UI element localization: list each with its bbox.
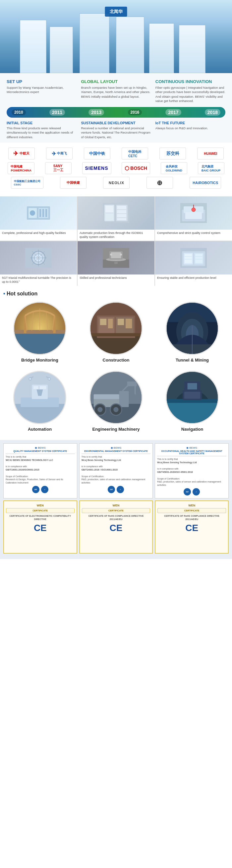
- facility-cell-3: Comprehensive and strict quality control…: [155, 196, 232, 241]
- partner-crrc: 中国中铁: [84, 148, 110, 159]
- solutions-grid: Bridge Monitoring: [3, 302, 229, 437]
- partner-bosch: ⬡ BOSCH: [122, 162, 150, 174]
- svg-rect-104: [184, 392, 200, 399]
- solution-navigation[interactable]: Navigation: [156, 371, 229, 432]
- svg-rect-66: [118, 319, 124, 325]
- cert-ce-rohs1: WEN CERTIFICATE CERTIFICATE OF RoHS COMP…: [79, 500, 153, 554]
- facility-cell-4: 5GT triaxial multifunctional turntable T…: [0, 241, 77, 285]
- partner-huawei: HUAWEI: [197, 148, 224, 159]
- year-2013: 2013: [88, 109, 104, 116]
- iaf-badge-2: ✓: [41, 486, 48, 493]
- year-2010: 2010: [11, 109, 26, 115]
- innovation-text: Fiber optic gyroscope | Integrated Navig…: [155, 85, 225, 103]
- setup-item-setup: SET UP Support by Wang Yanquan Academici…: [7, 79, 77, 103]
- svg-rect-34: [111, 252, 121, 258]
- ce-mark-3: CE: [157, 523, 226, 533]
- hero-section: 北闻华: [0, 0, 232, 73]
- solution-construction[interactable]: Construction: [80, 302, 152, 363]
- cert-ce-emc-header: CERTIFICATE: [6, 508, 75, 513]
- svg-rect-64: [100, 319, 106, 325]
- stage-iot: IoT THE FUTURE Always focus on R&D and I…: [155, 121, 225, 139]
- layout-text: Branch companies have been set up in Nin…: [81, 85, 151, 99]
- cert-ce-rohs2-header: CERTIFICATE: [157, 508, 226, 513]
- facilities-section: Complete, professional and high-quality …: [0, 196, 232, 286]
- svg-rect-67: [126, 319, 132, 328]
- solution-construction-label: Construction: [103, 358, 129, 363]
- cert-iaf-3: IAF ✓: [157, 488, 226, 495]
- setup-text: Support by Wang Yanquan Academician, Mic…: [7, 85, 77, 94]
- cert-wen-logo-1: WEN: [6, 504, 75, 507]
- facility-img-4: [0, 241, 77, 275]
- solution-engineering[interactable]: Engineering Machinery: [80, 371, 152, 432]
- partner-baic: 北汽集团BAIC GROUP: [198, 162, 224, 174]
- svg-rect-44: [195, 254, 202, 263]
- building-3: [80, 13, 109, 73]
- svg-rect-43: [185, 254, 192, 263]
- solution-automation[interactable]: Automation: [3, 371, 76, 432]
- hot-solution-title: Hot solution: [3, 291, 229, 297]
- year-2018: 2018: [205, 109, 221, 116]
- cert-ce-rohs1-body: CERTIFICATE OF RoHS COMPLIANCE DIRECTIVE…: [82, 515, 151, 521]
- solution-bridge-circle: [13, 302, 66, 355]
- cert-ce-emc-body: CERTIFICATE OF ELECTROMAGNETIC COMPATIBI…: [6, 515, 75, 521]
- svg-rect-101: [167, 400, 218, 423]
- svg-rect-68: [90, 333, 142, 336]
- ce-mark-2: CE: [82, 523, 151, 533]
- svg-point-35: [110, 253, 112, 255]
- solution-bridge-label: Bridge Monitoring: [21, 358, 58, 363]
- company-logo-badge: 北闻华: [105, 7, 127, 17]
- stage-sustainable-title: SUSTAINABLE DEVELOPMENT: [81, 121, 151, 125]
- facility-cell-6: Ensuring stable and efficient production…: [155, 241, 232, 285]
- partner-powerchina: 中国电建POWERCHINA: [8, 162, 35, 174]
- partners-row-3: 中国船舶工业集团公司CSSC 中国铁建 NEOLIX ⊕ HAiROBOTICS: [3, 177, 229, 189]
- certificates-section: ◉ BEWS QUALITY MANAGEMENT SYSTEM CERTIFI…: [0, 440, 232, 559]
- stage-initial-text: This three kind products were released s…: [7, 126, 77, 139]
- building-2: [50, 27, 73, 73]
- partner-sujike: 苏交科: [159, 148, 186, 159]
- solution-tunnel[interactable]: Tunnel & Mining: [156, 302, 229, 363]
- stage-iot-text: Always focus on R&D and Innovation.: [155, 126, 225, 130]
- solution-engineering-image: [90, 372, 142, 423]
- ce-certs-row: WEN CERTIFICATE CERTIFICATE OF ELECTROMA…: [3, 500, 229, 554]
- year-2011: 2011: [49, 109, 65, 116]
- solution-bridge[interactable]: Bridge Monitoring: [3, 302, 76, 363]
- svg-point-3: [30, 210, 35, 216]
- year-2017: 2017: [165, 109, 181, 116]
- svg-rect-99: [127, 381, 137, 386]
- partner-hai: HAiROBOTICS: [190, 177, 221, 189]
- partners-row-2: 中国电建POWERCHINA SANY三一工 SIEMENS ⬡ BOSCH 金…: [3, 162, 229, 174]
- innovation-title: CONTINUOUS INNOVATION: [155, 79, 225, 84]
- iaf-badge-6: ✓: [193, 488, 200, 495]
- svg-rect-21: [185, 212, 202, 219]
- iaf-badge-3: IAF: [108, 486, 115, 493]
- cert-ce-rohs1-header: CERTIFICATE: [82, 508, 151, 513]
- setup-row: SET UP Support by Wang Yanquan Academici…: [7, 79, 225, 103]
- iaf-badge-5: IAF: [184, 488, 191, 495]
- solution-automation-image: [14, 372, 65, 423]
- partner-casc: ✈中航天: [8, 148, 35, 159]
- cert-iaf-2: IAF ✓: [81, 486, 151, 493]
- svg-rect-98: [94, 394, 119, 399]
- svg-point-88: [48, 377, 51, 380]
- solution-navigation-image: [167, 372, 218, 423]
- partner-sany: SANY三一工: [45, 162, 72, 174]
- facility-cell-1: Complete, professional and high-quality …: [0, 196, 77, 241]
- solution-tunnel-circle: [166, 302, 219, 355]
- cert-environmental: ◉ BEWS ENVIRONMENTAL MANAGEMENT SYSTEM C…: [79, 443, 153, 498]
- building-1: [20, 20, 46, 73]
- svg-rect-106: [188, 383, 197, 390]
- year-2016: 2016: [128, 109, 142, 115]
- partner-cssc: 中国船舶工业集团公司CSSC: [11, 177, 43, 189]
- cert-logo-3: ◉ BEWS: [157, 446, 226, 449]
- facility-img-6: [155, 241, 232, 275]
- building-5: [149, 23, 174, 73]
- cert-quality-body: This is to certify that WCXJ BEWS SENSIN…: [6, 455, 75, 485]
- facility-caption-4: 5GT triaxial multifunctional turntable T…: [0, 275, 77, 285]
- svg-rect-80: [34, 386, 38, 389]
- facility-img-2: [78, 196, 154, 229]
- svg-point-85: [29, 377, 32, 380]
- facility-cell-2: Automatic production lines through the I…: [78, 196, 154, 241]
- cert-quality: ◉ BEWS QUALITY MANAGEMENT SYSTEM CERTIFI…: [3, 443, 77, 498]
- cert-ce-rohs2-body: CERTIFICATE OF RoHS COMPLIANCE DIRECTIVE…: [157, 515, 226, 521]
- solution-tunnel-image: [167, 303, 218, 354]
